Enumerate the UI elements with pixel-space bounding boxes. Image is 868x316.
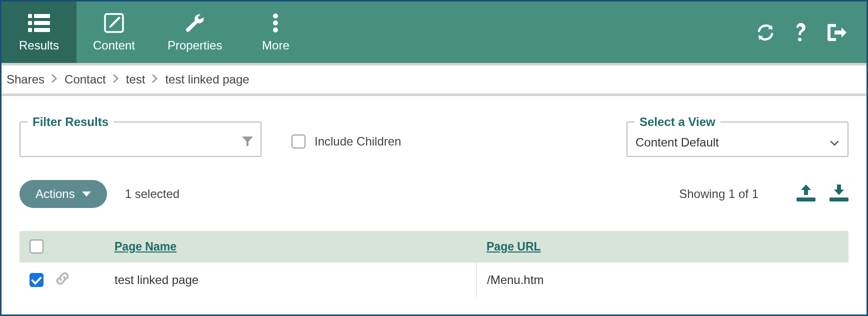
- edit-icon: [104, 12, 124, 34]
- breadcrumb-item[interactable]: test: [126, 72, 146, 86]
- actions-row: Actions 1 selected Showing 1 of 1: [20, 180, 848, 208]
- tab-results[interactable]: Results: [2, 2, 76, 63]
- svg-point-10: [798, 38, 802, 41]
- select-all-checkbox[interactable]: [30, 240, 44, 254]
- svg-rect-1: [34, 14, 50, 18]
- table-header: Page Name Page URL: [20, 231, 848, 262]
- view-value: Content Default: [636, 136, 719, 150]
- view-legend: Select a View: [634, 115, 720, 129]
- transfer-icons: [796, 184, 848, 204]
- top-toolbar: Results Content Properties: [2, 2, 866, 66]
- controls-row: Filter Results Include Children Select a…: [20, 115, 848, 157]
- svg-rect-4: [28, 28, 32, 32]
- filter-input[interactable]: [20, 131, 242, 154]
- filter-icon[interactable]: [242, 136, 254, 150]
- include-children[interactable]: Include Children: [292, 134, 401, 148]
- svg-rect-3: [34, 21, 50, 25]
- sign-out-icon[interactable]: [828, 24, 846, 41]
- svg-rect-2: [28, 21, 32, 25]
- cell-page-url: /Menu.htm: [476, 262, 838, 297]
- tab-label: Properties: [168, 38, 222, 52]
- chevron-down-icon: [830, 136, 840, 150]
- include-children-checkbox[interactable]: [292, 134, 306, 148]
- help-icon[interactable]: [794, 22, 808, 42]
- tab-label: Results: [19, 38, 59, 52]
- chevron-right-icon: [113, 74, 119, 86]
- tab-label: More: [262, 38, 290, 52]
- view-select[interactable]: Content Default: [628, 129, 848, 156]
- list-icon: [28, 12, 50, 34]
- cell-page-name: test linked page: [114, 273, 476, 287]
- view-fieldset: Select a View Content Default: [626, 115, 848, 157]
- svg-rect-0: [28, 14, 32, 18]
- tab-more[interactable]: More: [238, 2, 313, 63]
- svg-rect-12: [830, 198, 848, 202]
- tab-content[interactable]: Content: [76, 2, 152, 63]
- upload-icon[interactable]: [796, 184, 816, 204]
- column-page-url[interactable]: Page URL: [476, 240, 838, 254]
- download-icon[interactable]: [830, 184, 848, 204]
- refresh-icon[interactable]: [756, 24, 774, 42]
- breadcrumb-item[interactable]: Shares: [6, 72, 44, 86]
- tabs: Results Content Properties: [2, 2, 313, 63]
- breadcrumb: Shares Contact test test linked page: [2, 66, 866, 96]
- tab-properties[interactable]: Properties: [152, 2, 238, 63]
- main-panel: Filter Results Include Children Select a…: [2, 96, 866, 297]
- actions-button[interactable]: Actions: [20, 180, 107, 208]
- results-table: Page Name Page URL test linked page /Men…: [20, 231, 848, 297]
- link-icon: [54, 270, 70, 290]
- caret-down-icon: [82, 192, 91, 196]
- svg-point-8: [273, 20, 278, 26]
- row-checkbox[interactable]: [30, 273, 44, 287]
- tab-label: Content: [93, 38, 135, 52]
- showing-text: Showing 1 of 1: [679, 187, 758, 201]
- wrench-icon: [184, 12, 206, 34]
- selected-count: 1 selected: [125, 187, 180, 201]
- svg-rect-5: [34, 28, 50, 32]
- breadcrumb-item[interactable]: Contact: [64, 72, 106, 86]
- table-row[interactable]: test linked page /Menu.htm: [20, 262, 848, 297]
- chevron-right-icon: [152, 74, 158, 86]
- more-vertical-icon: [272, 12, 279, 34]
- include-children-label: Include Children: [314, 134, 401, 148]
- filter-legend: Filter Results: [28, 115, 114, 129]
- svg-point-7: [273, 14, 278, 18]
- breadcrumb-item[interactable]: test linked page: [165, 72, 249, 86]
- chevron-right-icon: [52, 74, 58, 86]
- actions-label: Actions: [36, 187, 75, 201]
- svg-point-9: [273, 28, 278, 32]
- filter-fieldset: Filter Results: [20, 115, 262, 157]
- column-page-name[interactable]: Page Name: [114, 240, 476, 254]
- svg-rect-11: [796, 198, 816, 202]
- toolbar-right: [756, 2, 866, 63]
